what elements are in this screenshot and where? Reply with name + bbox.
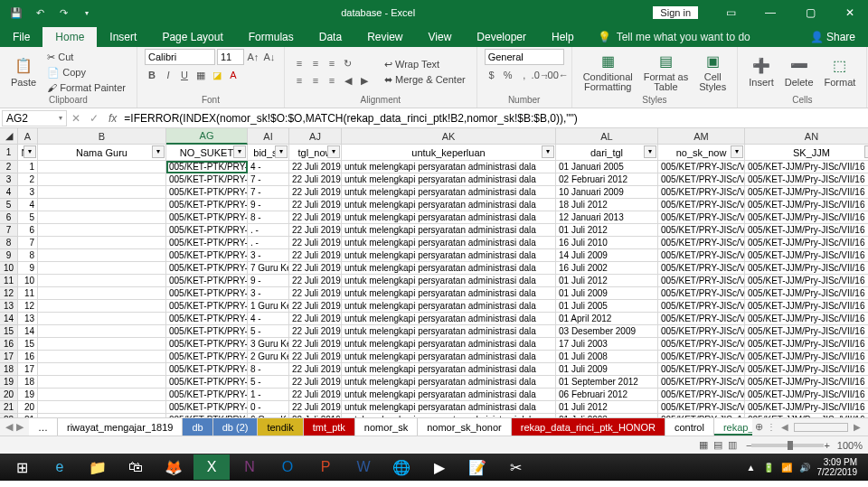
cell[interactable]: 4 - [248, 161, 289, 173]
cell[interactable]: 005/KET-JJM/Pry-JISc/VII/16 [745, 338, 868, 351]
cell[interactable] [38, 414, 166, 417]
cell[interactable]: 005/KET/PRY-JISc/VII/19 [658, 237, 745, 249]
cell[interactable]: untuk melengkapi persyaratan administras… [342, 237, 556, 249]
wrap-text-button[interactable]: ↩ Wrap Text [381, 57, 469, 71]
signin-button[interactable]: Sign in [653, 6, 698, 19]
cell[interactable]: 005/KET-JJM/Pry-JISc/VII/16 [745, 186, 868, 199]
sheet-tab[interactable]: tendik [258, 418, 303, 435]
cell[interactable]: . - [248, 237, 289, 249]
cell[interactable]: 18 Juli 2012 [556, 199, 658, 211]
cell[interactable] [38, 275, 166, 287]
tab-review[interactable]: Review [354, 27, 415, 47]
cell[interactable]: 6 [18, 224, 38, 237]
sheet-tab[interactable]: rekap_data_rinci_ptk_HONOR [512, 418, 665, 435]
cell[interactable]: 11 [18, 287, 38, 300]
cell[interactable]: untuk melengkapi persyaratan administras… [342, 313, 556, 325]
cell[interactable]: 5 [18, 211, 38, 224]
grow-font-icon[interactable]: A↑ [246, 50, 260, 64]
zoom-slider[interactable] [751, 444, 824, 447]
cell[interactable] [38, 224, 166, 237]
row-1-header[interactable]: 1 [0, 145, 18, 161]
cell[interactable]: untuk melengkapi persyaratan administras… [342, 389, 556, 401]
cell[interactable]: 005/KET-PTK/PRY- [166, 249, 248, 262]
cell[interactable]: 005/KET/PRY-JISc/VII/19 [658, 389, 745, 401]
row-header[interactable]: 5 [0, 199, 18, 211]
cell[interactable]: 22 Juli 2019 [289, 275, 342, 287]
tab-developer[interactable]: Developer [464, 27, 539, 47]
cell[interactable]: 005/KET-PTK/PRY- [166, 287, 248, 300]
hdr-tglnow[interactable]: tgl_now▾ [289, 145, 342, 161]
cell[interactable]: 14 Juli 2009 [556, 249, 658, 262]
cell[interactable]: untuk melengkapi persyaratan administras… [342, 338, 556, 351]
cell[interactable] [38, 401, 166, 414]
indent-inc-icon[interactable]: ▶ [357, 73, 372, 88]
row-header[interactable]: 8 [0, 237, 18, 249]
tab-home[interactable]: Home [42, 27, 97, 47]
row-header[interactable]: 17 [0, 351, 18, 363]
media-icon[interactable]: ▶ [421, 454, 458, 480]
filter-icon[interactable]: ▾ [275, 145, 288, 158]
cell[interactable] [38, 161, 166, 173]
explorer-icon[interactable]: 📁 [80, 454, 116, 480]
cell[interactable]: 03 Desember 2009 [556, 325, 658, 338]
word-icon[interactable]: W [345, 454, 382, 480]
zoom-level[interactable]: 100% [837, 440, 863, 451]
cell[interactable]: 005/KET-PTK/PRY- [166, 262, 248, 275]
col-AL[interactable]: AL [556, 128, 658, 145]
row-header[interactable]: 7 [0, 224, 18, 237]
cell[interactable]: untuk melengkapi persyaratan administras… [342, 287, 556, 300]
cell[interactable] [38, 325, 166, 338]
cell[interactable] [38, 211, 166, 224]
tab-pagelayout[interactable]: Page Layout [149, 27, 235, 47]
cell[interactable]: 10 Januari 2009 [556, 186, 658, 199]
cell[interactable]: 9 [18, 262, 38, 275]
align-left-icon[interactable]: ≡ [292, 73, 307, 88]
tab-formulas[interactable]: Formulas [236, 27, 307, 47]
cell[interactable] [38, 389, 166, 401]
col-B[interactable]: B [38, 128, 166, 145]
italic-icon[interactable]: I [161, 68, 175, 82]
sheet-tab[interactable]: riwayat_mengajar_1819 [58, 418, 183, 435]
cell[interactable]: 22 Juli 2019 [289, 363, 342, 376]
ie-icon[interactable]: e [42, 454, 78, 480]
cell[interactable]: 22 Juli 2019 [289, 414, 342, 417]
cell[interactable]: 005/KET-PTK/PRY- [166, 325, 248, 338]
sheet-nav-next-icon[interactable]: ▶ [16, 421, 24, 433]
hdr-untuk[interactable]: untuk_keperluan▾ [342, 145, 556, 161]
clock[interactable]: 3:09 PM7/22/2019 [817, 457, 858, 477]
cell[interactable]: 005/KET-PTK/PRY- [166, 313, 248, 325]
hdr-nama[interactable]: Nama Guru▾ [38, 145, 166, 161]
cell[interactable]: 15 [18, 338, 38, 351]
store-icon[interactable]: 🛍 [118, 454, 154, 480]
cell[interactable]: 005/KET/PRY-JISc/VII/19 [658, 186, 745, 199]
view-normal-icon[interactable]: ▦ [699, 439, 708, 451]
cell[interactable]: 005/KET-JJM/Pry-JISc/VII/16 [745, 325, 868, 338]
cell[interactable]: 7 - [248, 186, 289, 199]
cell[interactable]: 005/KET-JJM/Pry-JISc/VII/16 [745, 287, 868, 300]
view-pagelayout-icon[interactable]: ▤ [713, 439, 722, 451]
cell[interactable]: 3 Guru Kela [248, 338, 289, 351]
cell[interactable]: 12 [18, 300, 38, 313]
format-cells-button[interactable]: ⬚Format [821, 55, 860, 89]
notepad-icon[interactable]: 📝 [459, 454, 495, 480]
col-AK[interactable]: AK [342, 128, 556, 145]
cell[interactable]: 005/KET-JJM/Pry-JISc/VII/16 [745, 211, 868, 224]
merge-center-button[interactable]: ⬌ Merge & Center [381, 72, 469, 87]
cell[interactable]: 005/KET-JJM/Pry-JISc/VII/16 [745, 173, 868, 186]
font-size-input[interactable] [217, 49, 244, 65]
cell[interactable]: 1 Guru Kela [248, 300, 289, 313]
cell[interactable]: 06 Februari 2012 [556, 389, 658, 401]
col-AJ[interactable]: AJ [289, 128, 342, 145]
row-header[interactable]: 18 [0, 363, 18, 376]
row-header[interactable]: 21 [0, 401, 18, 414]
cell[interactable]: 005/KET-JJM/Pry-JISc/VII/16 [745, 237, 868, 249]
enter-formula-icon[interactable]: ✓ [85, 112, 103, 125]
sound-icon[interactable]: 🔊 [799, 463, 810, 473]
delete-cells-button[interactable]: ➖Delete [781, 55, 817, 89]
format-painter-button[interactable]: 🖌 Format Painter [43, 80, 129, 95]
cell[interactable]: 005/KET-PTK/PRY- [166, 300, 248, 313]
cell[interactable]: untuk melengkapi persyaratan administras… [342, 224, 556, 237]
filter-icon[interactable]: ▾ [864, 145, 868, 158]
cell[interactable]: 10 [18, 275, 38, 287]
row-header[interactable]: 10 [0, 262, 18, 275]
